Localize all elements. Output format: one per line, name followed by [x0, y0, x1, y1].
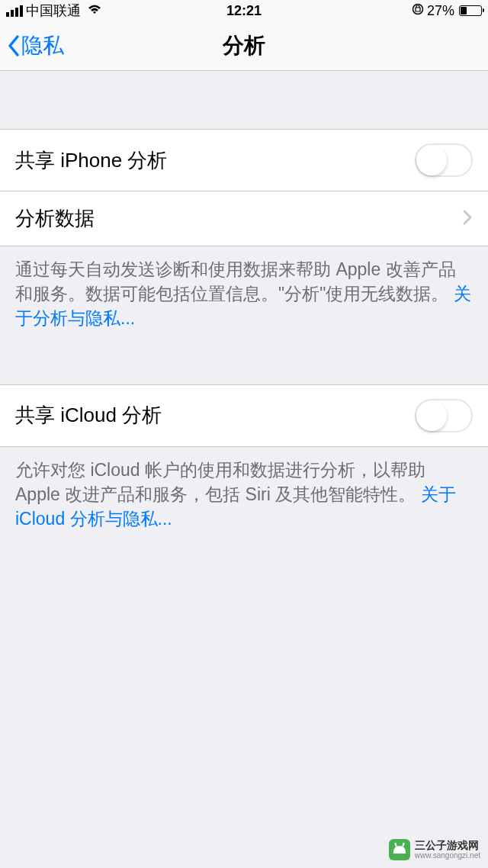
section1-footer: 通过每天自动发送诊断和使用数据来帮助 Apple 改善产品和服务。数据可能包括位… [0, 246, 488, 342]
watermark-title: 三公子游戏网 [415, 840, 480, 851]
section2-footer: 允许对您 iCloud 帐户的使用和数据进行分析，以帮助 Apple 改进产品和… [0, 447, 488, 542]
battery-percent: 27% [427, 3, 454, 19]
share-icloud-toggle[interactable] [415, 399, 473, 432]
share-iphone-label: 共享 iPhone 分析 [15, 147, 167, 174]
toggle-knob [416, 400, 447, 431]
page-title: 分析 [223, 31, 265, 60]
watermark-url: www.sangongzi.net [415, 851, 480, 860]
status-left: 中国联通 [6, 2, 102, 20]
share-iphone-toggle[interactable] [415, 143, 473, 177]
watermark: 三公子游戏网 www.sangongzi.net [389, 839, 480, 860]
status-bar: 中国联通 12:21 27% [0, 0, 488, 21]
carrier-label: 中国联通 [26, 2, 81, 20]
chevron-left-icon [6, 34, 21, 57]
analytics-data-row[interactable]: 分析数据 [0, 191, 488, 246]
status-right: 27% [412, 3, 482, 19]
wifi-icon [87, 3, 102, 19]
watermark-android-icon [389, 839, 410, 860]
toggle-knob [416, 145, 447, 175]
section-spacer [0, 342, 488, 384]
share-icloud-analytics-row: 共享 iCloud 分析 [0, 384, 488, 447]
navigation-bar: 隐私 分析 [0, 21, 488, 71]
back-label: 隐私 [21, 31, 64, 60]
signal-icon [6, 5, 23, 17]
share-iphone-analytics-row: 共享 iPhone 分析 [0, 129, 488, 191]
analytics-data-label: 分析数据 [15, 205, 95, 232]
section-spacer [0, 71, 488, 129]
battery-icon [459, 5, 482, 16]
section1-footer-text: 通过每天自动发送诊断和使用数据来帮助 Apple 改善产品和服务。数据可能包括位… [15, 259, 456, 304]
back-button[interactable]: 隐私 [6, 31, 64, 60]
section2-footer-text: 允许对您 iCloud 帐户的使用和数据进行分析，以帮助 Apple 改进产品和… [15, 460, 425, 504]
chevron-right-icon [462, 209, 473, 229]
orientation-lock-icon [412, 3, 424, 19]
status-time: 12:21 [226, 3, 262, 19]
share-icloud-label: 共享 iCloud 分析 [15, 402, 162, 429]
